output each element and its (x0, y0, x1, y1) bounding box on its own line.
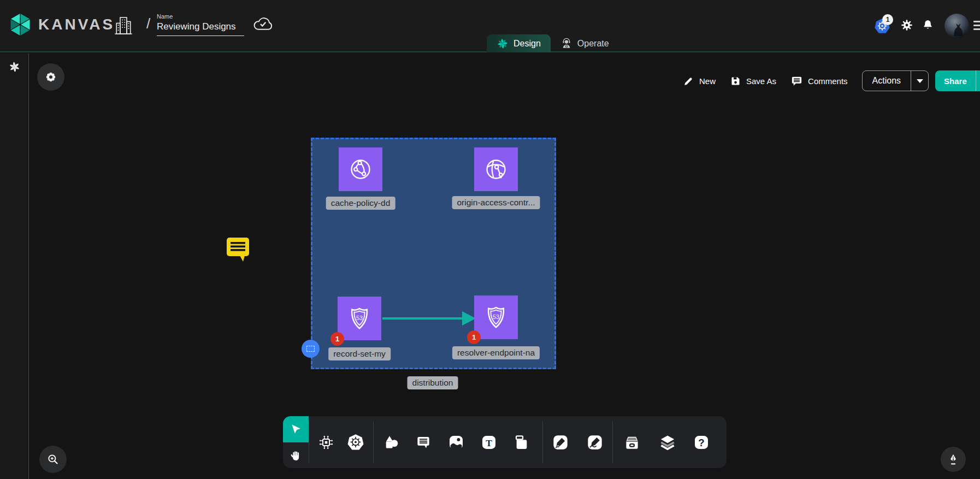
flower-icon (44, 70, 57, 84)
node-cache-policy[interactable] (339, 147, 382, 191)
comment-pin[interactable] (226, 236, 251, 265)
help-icon: ? (693, 434, 710, 451)
svg-text:53: 53 (356, 315, 363, 321)
pen-nib-icon (947, 453, 960, 466)
actions-button[interactable]: Actions (863, 71, 911, 91)
layers-tool-button[interactable] (657, 432, 678, 453)
svg-text:T: T (486, 438, 492, 448)
kubernetes-wheel-icon (346, 433, 365, 452)
share-button[interactable]: Share (935, 70, 976, 91)
kubernetes-tool-button[interactable] (345, 432, 366, 453)
node-resolver-endpoint[interactable]: 53 (474, 295, 518, 339)
save-as-label: Save As (746, 76, 776, 86)
node-badge-resolver-endpoint[interactable]: 1 (467, 330, 481, 344)
mode-tabs: Design Operate (487, 34, 619, 52)
kanvas-logo[interactable]: KANVAS (8, 12, 115, 37)
canvas-toolbar: T (283, 416, 727, 468)
kanvas-app: KANVAS / Name (0, 0, 980, 479)
comments-icon (790, 75, 803, 87)
actions-dropdown-button[interactable] (911, 71, 928, 91)
help-tool-button[interactable]: ? (691, 432, 712, 453)
node-label-cache-policy[interactable]: cache-policy-dd (326, 197, 395, 210)
node-record-set[interactable]: 53 (338, 297, 381, 340)
share-split-button: Share (935, 70, 980, 91)
design-swirl-icon (497, 38, 509, 50)
signature-pen-button[interactable] (941, 447, 966, 472)
operator-headset-icon (560, 38, 572, 50)
comment-icon (415, 434, 432, 451)
save-as-button[interactable]: Save As (730, 75, 776, 87)
tab-operate[interactable]: Operate (551, 34, 619, 52)
user-avatar[interactable] (944, 14, 969, 38)
pan-tool-button[interactable] (283, 442, 309, 469)
node-label-record-set[interactable]: record-set-my (328, 347, 391, 360)
freehand-pencil-icon (586, 434, 604, 451)
new-label: New (699, 76, 716, 86)
dock-toggle-button[interactable] (37, 63, 64, 91)
pencil-icon (683, 75, 694, 87)
freehand-tool-button[interactable] (585, 432, 605, 453)
node-badge-record-set[interactable]: 1 (330, 332, 344, 346)
toolbar-divider (542, 421, 543, 463)
meshery-swirl-icon[interactable] (8, 61, 21, 75)
tab-design-label: Design (513, 39, 541, 49)
header-bar: KANVAS / Name (0, 0, 980, 52)
group-resize-handle[interactable] (302, 340, 320, 358)
settings-button[interactable] (900, 19, 913, 34)
copy-link-button[interactable] (976, 70, 980, 91)
sticky-note-tool-button[interactable] (511, 432, 532, 453)
left-sidebar (0, 54, 29, 479)
components-tool-button[interactable] (316, 432, 336, 453)
tab-design[interactable]: Design (487, 34, 551, 52)
kubernetes-context-badge: 1 (882, 14, 893, 25)
node-label-origin-access[interactable]: origin-access-contr... (452, 196, 540, 209)
svg-text:53: 53 (493, 314, 499, 320)
cloudfront-origin-access-icon (483, 157, 509, 182)
new-button[interactable]: New (683, 75, 716, 87)
drawer-tool-button[interactable] (622, 432, 642, 453)
image-icon (447, 434, 465, 451)
text-icon: T (480, 434, 498, 451)
group-label-distribution[interactable]: distribution (408, 376, 458, 389)
name-field-label: Name (157, 13, 244, 20)
pen-tool-icon (552, 434, 569, 451)
floppy-disk-icon (730, 75, 741, 87)
comments-button[interactable]: Comments (790, 75, 848, 87)
route53-resolver-endpoint-icon: 53 (483, 305, 509, 330)
design-name-input[interactable] (157, 20, 244, 36)
chip-icon (317, 434, 335, 451)
caret-down-icon (917, 79, 923, 83)
notifications-button[interactable] (922, 19, 934, 34)
cloudfront-cache-policy-icon (348, 157, 373, 182)
actions-split-button: Actions (862, 70, 929, 91)
svg-text:?: ? (698, 437, 704, 448)
design-name-field: Name (157, 13, 244, 36)
zoom-in-button[interactable] (39, 446, 67, 473)
text-tool-button[interactable]: T (479, 432, 499, 453)
cursor-icon (290, 423, 303, 436)
organization-icon[interactable] (114, 14, 133, 39)
breadcrumb-separator: / (146, 15, 150, 32)
magnifier-plus-icon (46, 452, 60, 466)
node-origin-access[interactable] (474, 147, 518, 191)
logo-wordmark: KANVAS (38, 16, 115, 33)
comment-tool-button[interactable] (413, 432, 434, 453)
node-label-resolver-endpoint[interactable]: resolver-endpoint-na (452, 346, 540, 359)
comments-label: Comments (808, 76, 848, 86)
kanvas-hexagon-icon (8, 12, 33, 37)
shapes-icon (382, 434, 400, 451)
image-tool-button[interactable] (446, 432, 467, 453)
selection-rect-icon (306, 346, 315, 352)
layers-icon (658, 433, 677, 452)
hamburger-menu-icon[interactable] (973, 21, 980, 32)
canvas-action-bar: New Save As Comments Actions Sh (683, 70, 980, 92)
select-tool-button[interactable] (283, 416, 309, 442)
edge-record-to-resolver[interactable] (377, 306, 486, 331)
cloud-saved-icon (252, 14, 274, 34)
sticky-note-icon (513, 434, 530, 451)
comment-bubble-icon (226, 236, 251, 263)
shapes-tool-button[interactable] (381, 432, 402, 453)
route53-record-set-icon: 53 (347, 306, 372, 331)
hand-icon (290, 449, 303, 462)
pen-tool-button[interactable] (550, 432, 571, 453)
